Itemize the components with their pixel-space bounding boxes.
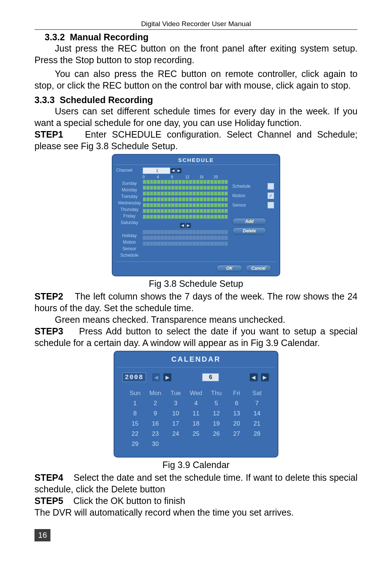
schedule-cell[interactable] (217, 180, 221, 184)
schedule-cell[interactable] (203, 203, 207, 207)
schedule-cell[interactable] (221, 236, 225, 240)
schedule-cell[interactable] (175, 215, 178, 219)
schedule-cell[interactable] (160, 215, 164, 219)
schedule-cell[interactable] (221, 230, 225, 234)
schedule-cell[interactable] (157, 209, 160, 213)
schedule-cell[interactable] (146, 191, 150, 196)
calendar-day[interactable]: 11 (188, 410, 204, 418)
schedule-cell[interactable] (150, 209, 154, 213)
schedule-cell[interactable] (196, 180, 200, 184)
delete-button[interactable]: Delete (232, 227, 266, 235)
schedule-cell[interactable] (178, 215, 182, 219)
schedule-cell[interactable] (207, 180, 210, 184)
schedule-cell[interactable] (160, 203, 164, 207)
schedule-cell[interactable] (221, 191, 225, 196)
schedule-row[interactable] (143, 197, 228, 202)
schedule-cell[interactable] (168, 203, 171, 207)
schedule-cell[interactable] (178, 197, 182, 202)
schedule-cell[interactable] (178, 241, 182, 246)
schedule-cell[interactable] (175, 197, 178, 202)
schedule-cell[interactable] (157, 241, 160, 246)
schedule-cell[interactable] (203, 230, 207, 234)
schedule-row[interactable] (143, 191, 228, 196)
schedule-cell[interactable] (185, 180, 189, 184)
schedule-cell[interactable] (153, 186, 157, 190)
schedule-cell[interactable] (150, 186, 154, 190)
day-saturday[interactable]: Saturday (116, 219, 143, 226)
schedule-cell[interactable] (224, 197, 228, 202)
schedule-cell[interactable] (157, 186, 160, 190)
schedule-cell[interactable] (164, 191, 168, 196)
schedule-cell[interactable] (210, 197, 214, 202)
schedule-cell[interactable] (168, 191, 171, 196)
schedule-cell[interactable] (203, 180, 207, 184)
schedule-cell[interactable] (146, 230, 150, 234)
schedule-cell[interactable] (217, 215, 221, 219)
schedule-cell[interactable] (164, 241, 168, 246)
schedule-cell[interactable] (210, 236, 214, 240)
schedule-cell[interactable] (192, 230, 196, 234)
row-motion[interactable]: Motion (116, 239, 143, 245)
schedule-cell[interactable] (171, 186, 175, 190)
schedule-cell[interactable] (217, 191, 221, 196)
schedule-cell[interactable] (171, 197, 175, 202)
schedule-cell[interactable] (221, 215, 225, 219)
schedule-cell[interactable] (185, 209, 189, 213)
calendar-day[interactable]: 29 (127, 440, 143, 448)
schedule-cell[interactable] (150, 241, 154, 246)
schedule-cell[interactable] (150, 197, 154, 202)
calendar-day[interactable]: 10 (167, 410, 184, 418)
schedule-cell[interactable] (185, 241, 189, 246)
schedule-cell[interactable] (164, 236, 168, 240)
schedule-cell[interactable] (175, 230, 178, 234)
schedule-cell[interactable] (189, 203, 192, 207)
calendar-day[interactable]: 4 (188, 399, 204, 407)
schedule-cell[interactable] (160, 209, 164, 213)
schedule-cell[interactable] (196, 241, 200, 246)
schedule-cell[interactable] (182, 209, 185, 213)
schedule-cell[interactable] (203, 186, 207, 190)
schedule-cell[interactable] (168, 215, 171, 219)
schedule-row[interactable] (143, 215, 228, 220)
schedule-cell[interactable] (143, 241, 146, 246)
schedule-cell[interactable] (153, 209, 157, 213)
calendar-day[interactable]: 25 (188, 430, 204, 438)
schedule-cell[interactable] (214, 230, 217, 234)
schedule-cell[interactable] (160, 230, 164, 234)
schedule-cell[interactable] (146, 215, 150, 219)
schedule-cell[interactable] (143, 236, 146, 240)
schedule-cell[interactable] (175, 180, 178, 184)
schedule-cell[interactable] (192, 215, 196, 219)
schedule-cell[interactable] (214, 186, 217, 190)
schedule-cell[interactable] (221, 180, 225, 184)
schedule-cell[interactable] (182, 230, 185, 234)
schedule-cell[interactable] (224, 186, 228, 190)
schedule-cell[interactable] (207, 191, 210, 196)
schedule-cell[interactable] (192, 209, 196, 213)
day-tuesday[interactable]: Tuesday (116, 193, 143, 200)
schedule-cell[interactable] (168, 230, 171, 234)
schedule-cell[interactable] (207, 186, 210, 190)
day-wednesday[interactable]: Wednesday (116, 200, 143, 206)
schedule-cell[interactable] (224, 191, 228, 196)
schedule-cell[interactable] (164, 230, 168, 234)
schedule-cell[interactable] (143, 209, 146, 213)
schedule-cell[interactable] (192, 241, 196, 246)
schedule-cell[interactable] (185, 191, 189, 196)
calendar-year[interactable]: 2008 (122, 373, 146, 382)
schedule-cell[interactable] (196, 236, 200, 240)
schedule-cell[interactable] (178, 186, 182, 190)
schedule-cell[interactable] (189, 191, 192, 196)
schedule-cell[interactable] (160, 236, 164, 240)
day-friday[interactable]: Friday (116, 213, 143, 219)
schedule-cell[interactable] (171, 209, 175, 213)
schedule-cell[interactable] (153, 236, 157, 240)
calendar-day[interactable]: 15 (127, 420, 143, 428)
day-monday[interactable]: Monday (116, 187, 143, 193)
schedule-cell[interactable] (189, 230, 192, 234)
schedule-cell[interactable] (146, 186, 150, 190)
schedule-cell[interactable] (160, 186, 164, 190)
schedule-cell[interactable] (203, 236, 207, 240)
opt-schedule-checkbox[interactable] (268, 183, 274, 190)
schedule-cell[interactable] (189, 209, 192, 213)
